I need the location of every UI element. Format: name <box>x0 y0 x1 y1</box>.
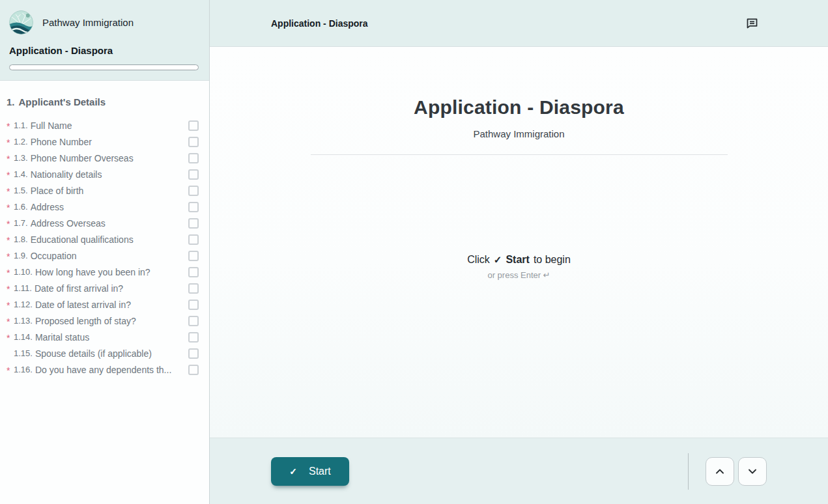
toc-item[interactable]: * 1.3. Phone Number Overseas <box>7 150 203 166</box>
toc-item-label: Occupation <box>31 251 183 261</box>
sidebar: Pathway Immigration Application - Diaspo… <box>0 0 210 504</box>
required-marker: * <box>7 282 14 294</box>
toc-items: * 1.1. Full Name * 1.2. Phone Number * 1… <box>7 117 203 378</box>
toc-item[interactable]: * 1.1. Full Name <box>7 117 203 133</box>
toc-item-checkbox[interactable] <box>188 316 199 326</box>
toc-item[interactable]: * 1.8. Educational qualifications <box>7 231 203 247</box>
toc-item-label: Phone Number Overseas <box>31 153 183 163</box>
required-marker <box>7 352 14 354</box>
prev-page-button[interactable] <box>706 457 734 486</box>
brand-name: Pathway Immigration <box>42 17 134 28</box>
toc-item[interactable]: * 1.12. Date of latest arrival in? <box>7 296 203 313</box>
toc-item-label: Address Overseas <box>31 218 183 229</box>
toc-item[interactable]: * 1.4. Nationality details <box>7 166 203 182</box>
toc-item-label: Spouse details (if applicable) <box>35 348 183 359</box>
toc-item-checkbox[interactable] <box>188 365 199 375</box>
toc-item-number: 1.7. <box>14 218 28 228</box>
toc-item-checkbox[interactable] <box>188 283 199 294</box>
toc-item-number: 1.6. <box>14 202 28 212</box>
toc-item-checkbox[interactable] <box>188 251 199 261</box>
start-button[interactable]: ✓ Start <box>271 457 349 486</box>
toc-section-title[interactable]: 1.Applicant's Details <box>7 96 203 107</box>
toc-item-checkbox[interactable] <box>188 202 199 212</box>
required-marker: * <box>7 363 14 376</box>
toc-item[interactable]: 1.15. Spouse details (if applicable) <box>7 345 203 361</box>
toc-item-label: Marital status <box>35 332 183 343</box>
toc-item-label: Educational qualifications <box>31 234 183 245</box>
toc-item-number: 1.10. <box>14 267 33 277</box>
required-marker: * <box>7 315 14 327</box>
toc-item-number: 1.5. <box>14 186 28 195</box>
progress-bar <box>9 64 199 70</box>
toc-item-number: 1.14. <box>14 332 33 342</box>
toc-item[interactable]: * 1.10. How long have you been in? <box>7 264 203 280</box>
start-hint-post: to begin <box>534 254 571 266</box>
required-marker: * <box>7 135 14 148</box>
required-marker: * <box>7 249 14 262</box>
toc-item-label: Nationality details <box>31 169 183 180</box>
footer-toolbar: ✓ Start <box>210 438 828 504</box>
toc-item[interactable]: * 1.11. Date of first arrival in? <box>7 280 203 296</box>
check-icon: ✓ <box>289 466 297 477</box>
toc-item-label: Do you have any dependents th... <box>35 365 183 375</box>
toc-item-checkbox[interactable] <box>188 348 199 359</box>
toc-item-number: 1.13. <box>14 316 33 326</box>
survey-start-page: Application - Diaspora Pathway Immigrati… <box>210 47 828 438</box>
toc-item[interactable]: * 1.6. Address <box>7 199 203 215</box>
toc-section-label: Applicant's Details <box>19 96 106 107</box>
main-panel: Application - Diaspora Application - Dia… <box>210 0 828 504</box>
toc-item-checkbox[interactable] <box>188 332 199 343</box>
required-marker: * <box>7 217 14 229</box>
toc-item-checkbox[interactable] <box>188 267 199 277</box>
sidebar-survey-title: Application - Diaspora <box>9 45 199 56</box>
chevron-down-icon <box>746 465 759 478</box>
toc-item-number: 1.4. <box>14 169 28 179</box>
title-divider <box>311 154 728 155</box>
comments-button[interactable] <box>744 15 760 31</box>
toc-item[interactable]: * 1.7. Address Overseas <box>7 215 203 231</box>
toc-item-label: Full Name <box>31 120 183 131</box>
toc-item-checkbox[interactable] <box>188 137 199 147</box>
toc-item-number: 1.1. <box>14 120 28 130</box>
toc-item[interactable]: * 1.5. Place of birth <box>7 182 203 199</box>
required-marker: * <box>7 266 14 278</box>
toc-item-label: Proposed length of stay? <box>35 316 183 326</box>
toc-item-label: Phone Number <box>31 137 183 147</box>
toc-item-checkbox[interactable] <box>188 153 199 163</box>
toc-item-checkbox[interactable] <box>188 300 199 310</box>
chevron-up-icon <box>713 465 726 478</box>
toc-item[interactable]: * 1.9. Occupation <box>7 247 203 264</box>
brand-row: Pathway Immigration <box>9 10 199 35</box>
toc-list: 1.Applicant's Details * 1.1. Full Name *… <box>0 81 209 504</box>
nav-divider <box>688 453 689 490</box>
toc-item[interactable]: * 1.16. Do you have any dependents th... <box>7 361 203 378</box>
toc-item-checkbox[interactable] <box>188 169 199 180</box>
toc-item-number: 1.2. <box>14 137 28 147</box>
required-marker: * <box>7 119 14 132</box>
toc-item-checkbox[interactable] <box>188 186 199 196</box>
toc-item[interactable]: * 1.2. Phone Number <box>7 133 203 150</box>
sidebar-header: Pathway Immigration Application - Diaspo… <box>0 0 209 81</box>
page-nav-group <box>688 453 767 490</box>
survey-title: Application - Diaspora <box>210 96 828 119</box>
toc-item-label: Date of first arrival in? <box>35 283 183 294</box>
toc-section-number: 1. <box>7 96 15 107</box>
toc-item[interactable]: * 1.14. Marital status <box>7 329 203 345</box>
start-hint: Click ✓ Start to begin <box>210 254 828 266</box>
toc-item-number: 1.11. <box>14 283 32 293</box>
required-marker: * <box>7 201 14 213</box>
toc-item-checkbox[interactable] <box>188 218 199 229</box>
toc-item[interactable]: * 1.13. Proposed length of stay? <box>7 313 203 329</box>
start-button-label: Start <box>309 466 331 477</box>
enter-hint: or press Enter ↵ <box>210 270 828 280</box>
brand-logo-icon <box>9 10 33 35</box>
start-hint-button-word: Start <box>506 254 529 266</box>
required-marker: * <box>7 184 14 197</box>
next-page-button[interactable] <box>738 457 767 486</box>
toc-item-label: How long have you been in? <box>35 267 183 277</box>
toc-item-number: 1.15. <box>14 348 33 358</box>
required-marker: * <box>7 331 14 343</box>
toc-item-checkbox[interactable] <box>188 234 199 245</box>
toc-item-number: 1.12. <box>14 300 33 309</box>
toc-item-checkbox[interactable] <box>188 120 199 131</box>
